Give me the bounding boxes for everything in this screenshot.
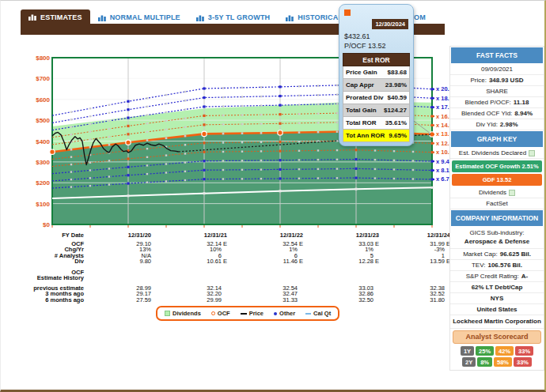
tooltip-pocf: P/OCF 13.52	[343, 41, 410, 51]
tooltip-row-value: $40.59	[388, 94, 407, 101]
cell-value: 29.99	[207, 296, 222, 303]
scorecard-chip: 58%	[494, 357, 512, 367]
sidebar-row-text: United States	[476, 304, 517, 315]
tab-normal-multiple[interactable]: NORMAL MULTIPLE	[90, 10, 188, 24]
scorecard-row: 2Y8%58%33%	[453, 357, 541, 367]
graph-key-band: Estimated OCF Growth 2.51%	[452, 160, 542, 172]
tooltip-row-label: Total Gain	[346, 107, 377, 114]
bar-chart-icon	[196, 14, 205, 21]
sidebar-row: 09/09/2021	[450, 64, 544, 75]
table-row: FY Date12/31/2012/31/2112/31/2212/31/231…	[25, 232, 450, 239]
sidebar-row-value: 2.98%	[500, 119, 518, 130]
sidebar-header-fast-facts: FAST FACTS	[451, 47, 543, 63]
sidebar-row: 62% LT Debt/Cap	[450, 282, 544, 293]
legend-label: Cal Qt	[313, 310, 331, 317]
bar-chart-icon	[28, 13, 37, 21]
table-cell: -3%	[379, 247, 450, 252]
scorecard-chip: 25%	[476, 346, 494, 356]
legend-item-cal-qt[interactable]: Cal Qt	[305, 310, 331, 317]
table-cell: 31.80	[379, 297, 450, 303]
ltblue-dash-icon	[305, 313, 311, 315]
table-section-label: OCFEstimate History	[25, 270, 84, 281]
sidebar-row-text: NYS	[491, 293, 503, 303]
tooltip-row: Total Gain$124.27	[343, 104, 410, 117]
scorecard-chip: 1Y	[461, 346, 474, 356]
estimate-flag: E	[373, 241, 379, 247]
table-cell: 12/31/22	[227, 232, 303, 239]
tooltip-row-label: Prorated Div	[346, 94, 384, 101]
sidebar-row-label: Price:	[470, 75, 486, 85]
table-cell: 12.28E	[303, 258, 379, 264]
legend-item-ocf[interactable]: OCF	[211, 310, 230, 317]
cell-value: 13.59	[430, 258, 445, 265]
cell-value: 32.50	[358, 296, 373, 303]
sidebar-row-label: GICS Sub-industry:	[450, 228, 544, 237]
sidebar-row: GICS Sub-industry:Aerospace & Defense	[450, 227, 544, 249]
tooltip-row-value: $83.68	[388, 69, 407, 76]
sidebar-row-value: 348.93 USD	[489, 75, 524, 85]
cell-value: 11.46	[283, 258, 298, 265]
estimate-flag: E	[373, 258, 379, 264]
table-cell: 11.46E	[227, 258, 303, 264]
sidebar-row-value: 11.18	[514, 97, 529, 107]
tooltip-date-badge: 12/30/2024	[372, 19, 408, 29]
tab-estimates[interactable]: ESTIMATES	[21, 9, 90, 26]
table-cell: 13.59E	[379, 258, 450, 264]
dividends-checkbox[interactable]	[509, 190, 515, 196]
sidebar-row-label: Market Cap:	[463, 249, 498, 259]
analyst-scorecard-title: Analyst Scorecard	[453, 330, 541, 344]
orange-circle-icon	[211, 311, 215, 315]
legend-item-dividends[interactable]: Dividends	[165, 310, 201, 317]
estimate-flag: E	[222, 241, 227, 247]
table-row: OCF29.1032.14E32.54E33.03E31.99E	[25, 241, 450, 247]
estimate-flag: E	[222, 258, 227, 264]
legend-item-other[interactable]: Other	[274, 310, 295, 317]
tooltip-row-value: 9.65%	[389, 132, 407, 139]
table-cell: 27.59	[84, 297, 151, 303]
table-row: previous estimate28.9932.1432.5433.0332.…	[25, 285, 450, 291]
sidebar-row-text: SHARE	[486, 86, 508, 96]
table-cell: 9.80	[84, 258, 151, 264]
scorecard-chip: 33%	[515, 346, 533, 356]
sidebar-row: Market Cap:96.625 Bil.	[450, 249, 544, 260]
analyst-scorecard: Analyst Scorecard1Y25%42%33%2Y8%58%33%	[450, 329, 544, 370]
sidebar-row-value: 106.576 Bil.	[487, 260, 522, 270]
legend-item-price[interactable]: Price	[241, 310, 264, 317]
scorecard-chip: 42%	[495, 346, 514, 356]
sidebar-row: Blended P/OCF:11.18	[450, 97, 544, 108]
sidebar-row: Price:348.93 USD	[450, 75, 544, 86]
tooltip-row-label: Price Gain	[346, 69, 377, 76]
chart-legend: DividendsOCFPriceOtherCal Qt	[156, 306, 339, 321]
sidebar-row-text: Dividends	[479, 187, 506, 198]
sidebar-row: TEV:106.576 Bil.	[450, 260, 544, 271]
sidebar-row: S&P Credit Rating:A-	[450, 271, 544, 282]
sidebar-row-value: 96.625 Bil.	[500, 249, 531, 259]
tab-label: 3-5Y TL GROWTH	[208, 13, 270, 21]
sidebar-header-company-information: COMPANY INFORMATION	[451, 210, 543, 226]
scorecard-chip: 33%	[514, 357, 532, 367]
tab-3-5y-tl-growth[interactable]: 3-5Y TL GROWTH	[188, 10, 278, 24]
scorecard-chip: 8%	[477, 357, 492, 367]
sidebar-row: Div Yld:2.98%	[450, 119, 544, 130]
table-cell: 10.61E	[151, 258, 227, 264]
tooltip-row: Cap Appr23.98%	[343, 79, 410, 92]
svg-text:$0: $0	[43, 221, 50, 228]
bar-chart-icon	[98, 14, 107, 21]
table-row: 6 months ago27.5929.9931.3332.5031.80	[25, 297, 450, 303]
series-marker-icon	[344, 9, 351, 16]
sidebar-row-label: S&P Credit Rating:	[466, 271, 519, 281]
cell-value: 31.80	[430, 296, 445, 303]
sidebar-row: Est. Dividends Declared	[450, 148, 544, 159]
cell-value: 10.61	[207, 258, 222, 265]
tooltip-price: $432.61	[343, 32, 410, 41]
tooltip-row: Prorated Div$40.59	[343, 92, 410, 104]
estimate-flag: E	[298, 241, 303, 247]
tooltip-rows: Price Gain$83.68Cap Appr23.98%Prorated D…	[343, 66, 410, 142]
cell-value: 31.33	[282, 296, 298, 303]
sidebar-header-graph-key: GRAPH KEY	[451, 131, 543, 147]
sidebar-row-label: Div Yld:	[476, 119, 497, 130]
sidebar-row: FactSet	[450, 198, 544, 209]
table-cell: 12/31/21	[151, 232, 227, 239]
svg-text:$100: $100	[36, 201, 50, 208]
table-cell: 1%	[303, 247, 379, 252]
